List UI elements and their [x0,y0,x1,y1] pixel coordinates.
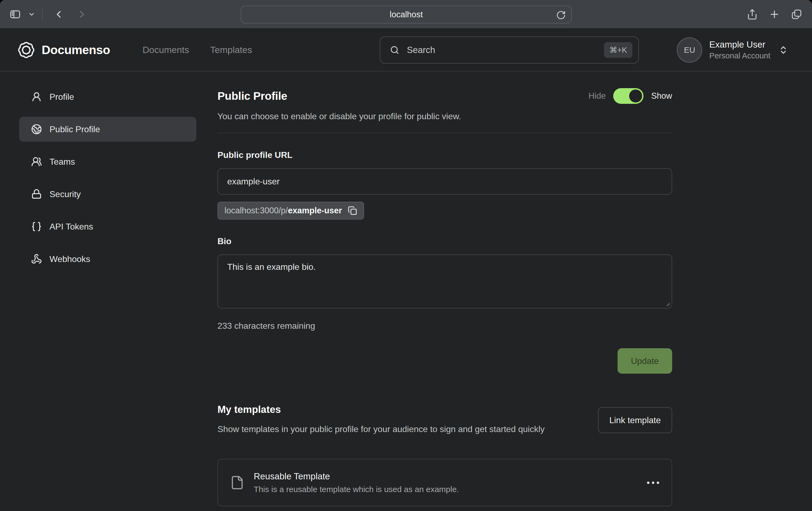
user-name: Example User [709,39,770,50]
earth-icon [31,124,42,134]
sidebar-item-webhooks[interactable]: Webhooks [19,247,196,271]
url-preview-pill: localhost:3000/p/example-user [218,202,364,219]
address-bar[interactable]: localhost [241,6,572,24]
sidebar-item-label: Profile [50,92,74,102]
forward-icon[interactable] [76,9,88,20]
brand-name: Documenso [42,43,110,57]
documenso-logo-icon [17,41,35,59]
sidebar-item-teams[interactable]: Teams [19,149,196,174]
user-icon [31,91,42,102]
sidebar-item-api-tokens[interactable]: API Tokens [19,214,196,239]
bio-textarea[interactable]: This is an example bio. [218,254,672,308]
webhook-icon [31,253,42,264]
page-title: Public Profile [218,90,287,102]
profile-visibility-toggle-group: Hide Show [588,88,672,104]
nav-documents[interactable]: Documents [143,44,189,55]
search-shortcut-badge: ⌘+K [604,42,632,58]
more-options-icon[interactable] [647,482,659,484]
page-description: You can choose to enable or disable your… [218,111,672,121]
toggle-show-label: Show [651,91,672,101]
lock-icon [31,189,42,200]
switch-knob [629,90,642,102]
new-tab-icon[interactable] [769,9,780,20]
url-preview-base: localhost:3000/p/ [225,206,288,215]
profile-visibility-switch[interactable] [613,88,643,104]
user-text: Example User Personal Account [709,39,770,60]
toolbar-divider [42,8,43,21]
public-profile-url-input[interactable] [218,168,672,195]
main-nav: Documents Templates [143,44,252,55]
url-field-label: Public profile URL [218,150,672,160]
sidebar-toggle-icon[interactable] [9,8,21,20]
browser-window: localhost [0,0,812,511]
sidebar-item-security[interactable]: Security [19,182,196,207]
users-icon [31,156,42,167]
link-template-button[interactable]: Link template [598,407,672,433]
my-templates-description: Show templates in your public profile fo… [218,422,545,436]
section-divider [218,133,672,133]
sidebar-item-label: Public Profile [50,124,100,134]
copy-icon[interactable] [348,206,357,215]
resize-grip-icon[interactable] [665,301,670,307]
my-templates-title: My templates [218,404,545,415]
template-title: Reusable Template [254,471,459,482]
sidebar-item-public-profile[interactable]: Public Profile [19,117,196,142]
sidebar-item-label: API Tokens [50,222,93,232]
update-button[interactable]: Update [617,348,672,374]
bio-field-label: Bio [218,236,672,246]
sidebar-item-label: Teams [50,157,75,167]
settings-sidebar: Profile Public Profile Teams Security [19,84,196,506]
characters-remaining: 233 characters remaining [218,321,672,331]
nav-templates[interactable]: Templates [210,44,252,55]
browser-toolbar: localhost [0,0,812,29]
sidebar-item-profile[interactable]: Profile [19,84,196,109]
brand[interactable]: Documenso [17,41,110,59]
app-header: Documenso Documents Templates Search ⌘+K… [0,29,812,71]
reload-icon[interactable] [556,10,566,20]
search-placeholder: Search [407,45,435,55]
search-input[interactable]: Search ⌘+K [380,36,639,63]
public-profile-settings: Public Profile Hide Show You can choose … [218,88,672,506]
sidebar-item-label: Security [50,189,81,199]
user-menu[interactable]: EU Example User Personal Account [677,37,788,63]
tabs-overview-icon[interactable] [791,9,802,20]
template-description: This is a reusable template which is use… [254,485,459,494]
avatar-initials: EU [684,46,695,55]
sidebar-item-label: Webhooks [50,254,90,264]
toggle-hide-label: Hide [588,91,606,101]
user-account-type: Personal Account [709,51,770,60]
back-icon[interactable] [53,9,64,20]
search-icon [389,45,400,55]
avatar: EU [677,37,702,63]
braces-icon [31,221,42,232]
address-bar-url: localhost [390,10,423,20]
file-icon [230,474,244,491]
url-preview-slug: example-user [288,206,342,215]
chevrons-up-down-icon [779,45,788,55]
share-icon[interactable] [747,9,758,20]
template-card: Reusable Template This is a reusable tem… [218,459,672,506]
toolbar-chevron-down-icon[interactable] [28,11,35,18]
